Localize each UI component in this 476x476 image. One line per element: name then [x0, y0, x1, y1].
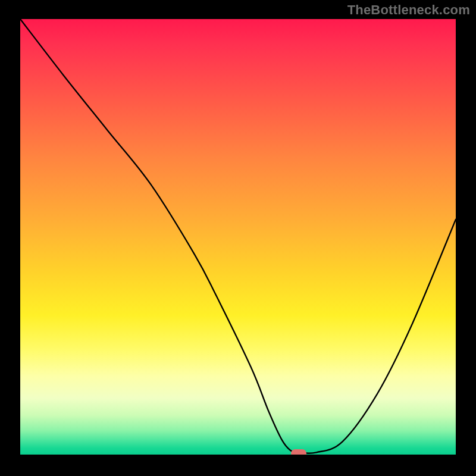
chart-stage: TheBottleneck.com: [0, 0, 476, 476]
curve-layer: [20, 19, 456, 455]
plot-area: [20, 19, 456, 455]
bottleneck-curve-path: [20, 19, 456, 453]
optimal-point-marker: [291, 449, 306, 455]
watermark-text: TheBottleneck.com: [347, 2, 470, 18]
